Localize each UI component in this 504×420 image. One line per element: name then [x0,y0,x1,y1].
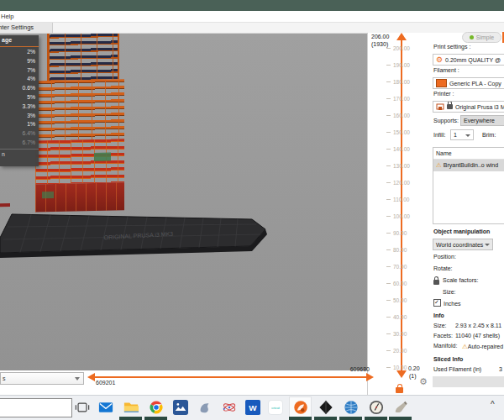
model-support-patch [94,152,111,160]
taskbar-mail-button[interactable] [94,396,117,417]
ruler-tick: 120.00 [386,174,428,191]
file-explorer-icon [123,400,139,415]
tab-printer-settings[interactable]: nter Settings [0,23,53,33]
mail-icon [98,400,113,415]
filament-combo[interactable]: Generic PLA - Copy [433,77,504,89]
infill-label: Infill: [433,132,445,138]
taskbar-prusaslicer-button[interactable] [289,396,312,417]
infill-select[interactable]: 1 [450,129,474,140]
3d-viewer-icon [197,400,213,415]
ruler-tick: 190.00 [386,56,428,73]
taskbar-kicad-button[interactable] [314,396,337,417]
cricut-icon: cricut [268,400,283,415]
range-slider-right-handle[interactable] [366,373,374,381]
taskbar-photos-button[interactable] [169,396,192,417]
gear-icon[interactable]: ⚙ [419,376,428,386]
running-indicator [119,417,142,420]
warning-icon: ⚠ [436,160,442,171]
running-indicator [144,417,167,420]
running-indicator [389,417,412,420]
inches-checkbox-row[interactable]: Inches [433,299,461,307]
ruler-ticks: 200.00190.00180.00170.00160.00150.00140.… [386,39,428,375]
prusaslicer-window: Help nter Settings ORIGINAL PRUSA i3 MK3 [0,0,504,420]
print-settings-combo[interactable]: ⚙ 0.20mm QUALITY @ [433,54,504,66]
ruler-tick: 170.00 [386,90,428,107]
size-label: Size: [443,289,456,295]
info-size-value: 2.93 x 2.45 x 8.11 [455,323,501,328]
taskbar-file-explorer-button[interactable] [119,396,142,417]
printer-combo[interactable]: Original Prusa i3 M [433,101,504,113]
legend-percentage: 0.6% [0,84,35,93]
supports-label: Supports: [433,118,459,123]
object-list-header: Name [433,148,504,160]
printer-label: Printer : [433,91,454,97]
sliced-info-header: Sliced Info [433,356,463,362]
globe-icon [344,400,359,415]
coordinates-select[interactable]: World coordinates [433,239,493,250]
taskbar-paint-button[interactable] [389,396,412,417]
legend-percentage: 4% [0,75,35,84]
taskbar-word-button[interactable]: W [241,396,264,417]
taskbar-search-input[interactable] [0,398,72,417]
mode-simple-dot [470,35,474,39]
running-indicator [314,417,337,420]
mode-simple-button[interactable]: Simple [462,32,501,43]
info-facets-label: Facets: [433,333,453,339]
legend-header: age [2,37,12,43]
ruler-tick: 50.00 [386,291,428,308]
sliced-info-row [433,376,504,387]
ruler-tick: 100.00 [386,207,428,224]
task-view-icon [75,400,90,415]
printer-icon [436,103,444,111]
model-lower-section [35,139,124,184]
ruler-tick: 80.00 [386,241,428,258]
chevron-down-icon [465,134,470,137]
windows-taskbar: W cricut [0,395,504,420]
supports-select[interactable]: Everywhere [460,115,504,126]
range-slider-right-value: 609680 [336,366,370,372]
3d-viewport[interactable]: ORIGINAL PRUSA i3 MK3 age 2%9%7%4%0.6%5%… [0,34,367,370]
chevron-down-icon [75,377,80,381]
taskbar-cricut-button[interactable]: cricut [264,396,286,417]
view-mode-select[interactable]: s [0,372,84,385]
window-titlebar[interactable] [0,0,504,11]
legend-rows: 2%9%7%4%0.6%5%3.3%3%1%6.4%6.7% [0,48,35,148]
chrome-icon [149,400,164,415]
used-filament-label: Used Filament (in) [433,366,481,372]
legend-percentage: 5% [0,93,35,102]
taskbar-3d-viewer-button[interactable] [193,396,216,417]
ruler-tick: 160.00 [386,107,428,123]
ruler-tick: 150.00 [386,123,428,140]
layer-slider-min-layer: (1) [409,373,417,379]
ruler-tick: 130.00 [386,157,428,174]
ruler-tick: 200.00 [386,39,428,56]
taskbar-chrome-button[interactable] [144,396,167,417]
model-tower-section [47,34,119,81]
svg-text:W: W [249,403,257,412]
taskbar-red-atom-button[interactable] [218,396,240,417]
kicad-icon [318,400,333,415]
menu-help[interactable]: Help [1,13,13,20]
task-view-button[interactable] [71,396,93,417]
tray-expand-button[interactable]: ^ [491,400,495,409]
range-slider-left-value: 609201 [96,380,115,386]
model-bryant-building[interactable] [0,34,367,370]
paint-brush-icon [393,400,408,415]
checkbox-checked-icon[interactable] [433,299,441,307]
layer-slider-lower-handle[interactable] [396,370,407,378]
taskbar-globe-button[interactable] [339,396,362,417]
legend-percentage: 2% [0,48,35,57]
running-indicator [289,417,312,420]
taskbar-compass-button[interactable] [365,396,387,417]
uniform-scale-lock[interactable] [433,280,439,286]
legend-percentage: 3.3% [0,102,35,112]
info-manifold-label: Manifold: [433,343,457,349]
object-manipulation-header: Object manipulation [433,228,490,234]
ruler-tick: 90.00 [386,224,428,241]
brim-label: Brim: [482,132,496,138]
legend-footer: n [2,151,5,157]
object-list: Name ⚠ BryantBuildin..o wind [433,147,504,224]
range-slider-track[interactable] [94,376,366,378]
svg-text:cricut: cricut [271,406,281,410]
object-list-item[interactable]: ⚠ BryantBuildin..o wind [433,160,504,171]
